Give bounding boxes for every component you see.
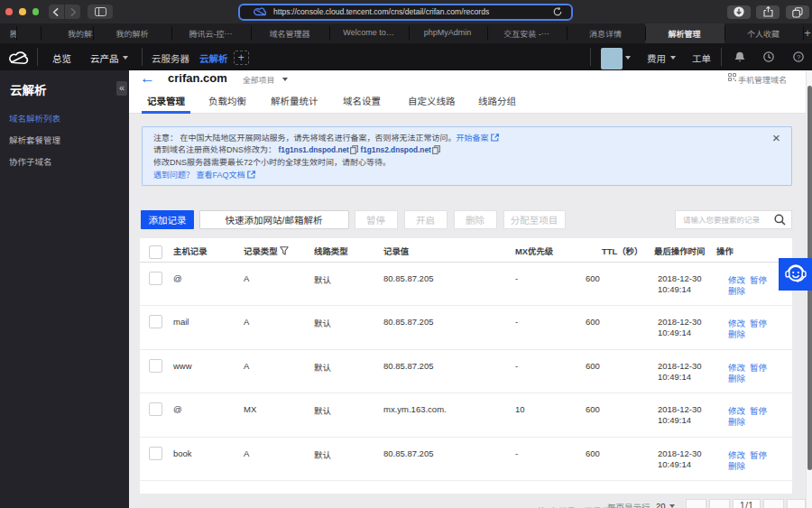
svg-text:?: ? (797, 53, 800, 61)
